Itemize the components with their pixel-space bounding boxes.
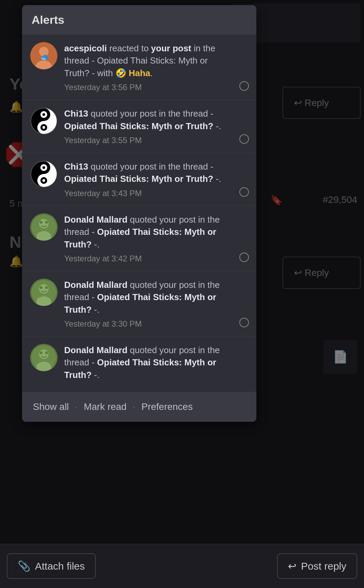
alert-item[interactable]: Donald Mallard quoted your post in the t… xyxy=(22,206,256,271)
show-all-link[interactable]: Show all xyxy=(33,401,69,412)
alert-action-bold: your post xyxy=(151,43,191,53)
svg-point-21 xyxy=(45,221,48,224)
alert-text: acespicoli reacted to your post in the t… xyxy=(64,42,231,79)
chi13-avatar-icon xyxy=(30,107,57,135)
alert-text: Chi13 quoted your post in the thread - O… xyxy=(64,160,231,185)
svg-point-30 xyxy=(40,351,42,354)
footer-separator-1: · xyxy=(75,401,78,412)
svg-point-16 xyxy=(42,179,45,182)
alert-username: Donald Mallard xyxy=(64,214,127,225)
alert-content: Donald Mallard quoted your post in the t… xyxy=(64,279,248,329)
post-reply-label: Post reply xyxy=(301,560,346,572)
alert-username: Donald Mallard xyxy=(64,345,127,355)
avatar xyxy=(30,344,57,371)
avatar: 🧢 xyxy=(30,42,57,69)
svg-point-15 xyxy=(42,166,45,169)
alert-timestamp: Yesterday at 3:56 PM xyxy=(64,83,231,92)
alert-item[interactable]: Donald Mallard quoted your post in the t… xyxy=(22,271,256,336)
alert-timestamp: Yesterday at 3:43 PM xyxy=(64,189,231,198)
attach-files-label: Attach files xyxy=(35,560,85,572)
alert-thread: Opiated Thai Sticks: Myth or Truth? xyxy=(64,174,213,184)
avatar xyxy=(30,213,57,241)
alert-thread: Opiated Thai Sticks: Myth or Truth? xyxy=(64,121,213,131)
alert-content: Chi13 quoted your post in the thread - O… xyxy=(64,160,248,198)
alert-unread-dot xyxy=(239,187,249,197)
svg-point-31 xyxy=(45,351,48,354)
donald-avatar-icon-2 xyxy=(30,279,57,306)
alert-content: Donald Mallard quoted your post in the t… xyxy=(64,213,248,263)
paperclip-icon: 📎 xyxy=(18,560,30,572)
preferences-link[interactable]: Preferences xyxy=(141,401,193,412)
alerts-header: Alerts xyxy=(22,5,256,35)
alerts-footer: Show all · Mark read · Preferences xyxy=(22,392,256,422)
alert-unread-dot xyxy=(239,318,249,327)
alert-item[interactable]: 🧢 acespicoli reacted to your post in the… xyxy=(22,35,256,100)
donald-avatar-icon-3 xyxy=(30,344,57,371)
reply-icon: ↩ xyxy=(288,560,296,572)
alerts-panel: Alerts 🧢 acespicoli reacted to your post… xyxy=(22,5,256,422)
alert-item[interactable]: Donald Mallard quoted your post in the t… xyxy=(22,336,256,392)
alert-unread-dot xyxy=(239,81,249,91)
avatar xyxy=(30,107,57,135)
alert-timestamp: Yesterday at 3:55 PM xyxy=(64,136,231,145)
donald-avatar-icon xyxy=(30,213,57,241)
alert-timestamp: Yesterday at 3:30 PM xyxy=(64,319,231,329)
alert-item[interactable]: Chi13 quoted your post in the thread - O… xyxy=(22,100,256,153)
alert-username: Chi13 xyxy=(64,108,88,119)
svg-point-11 xyxy=(42,126,45,129)
alert-reaction: Haha xyxy=(129,68,150,78)
svg-text:🧢: 🧢 xyxy=(40,53,48,62)
alert-unread-dot xyxy=(239,134,249,144)
svg-point-25 xyxy=(40,286,42,289)
post-reply-button[interactable]: ↩ Post reply xyxy=(277,553,357,579)
alert-text: Donald Mallard quoted your post in the t… xyxy=(64,279,231,316)
avatar xyxy=(30,279,57,306)
avatar xyxy=(30,160,57,188)
alert-timestamp: Yesterday at 3:42 PM xyxy=(64,254,231,263)
acespicoli-avatar-icon: 🧢 xyxy=(30,42,57,69)
alert-text: Donald Mallard quoted your post in the t… xyxy=(64,213,231,250)
alert-content: Chi13 quoted your post in the thread - O… xyxy=(64,107,248,145)
alert-item[interactable]: Chi13 quoted your post in the thread - O… xyxy=(22,153,256,206)
alerts-list: 🧢 acespicoli reacted to your post in the… xyxy=(22,35,256,392)
alert-text: Donald Mallard quoted your post in the t… xyxy=(64,344,231,381)
alert-text: Chi13 quoted your post in the thread - O… xyxy=(64,107,231,132)
svg-point-20 xyxy=(40,221,42,224)
mark-read-link[interactable]: Mark read xyxy=(84,401,127,412)
svg-point-26 xyxy=(45,286,48,289)
alerts-title: Alerts xyxy=(32,13,64,26)
alert-content: acespicoli reacted to your post in the t… xyxy=(64,42,248,92)
svg-point-10 xyxy=(42,113,45,116)
alert-content: Donald Mallard quoted your post in the t… xyxy=(64,344,248,384)
alert-username: acespicoli xyxy=(64,43,107,53)
alert-username: Donald Mallard xyxy=(64,280,127,290)
chi13-avatar-icon-2 xyxy=(30,160,57,188)
alert-username: Chi13 xyxy=(64,161,88,172)
bottom-bar: 📎 Attach files ↩ Post reply xyxy=(0,544,364,588)
footer-separator-2: · xyxy=(133,401,135,412)
alert-unread-dot xyxy=(239,253,249,262)
attach-files-button[interactable]: 📎 Attach files xyxy=(7,553,96,579)
